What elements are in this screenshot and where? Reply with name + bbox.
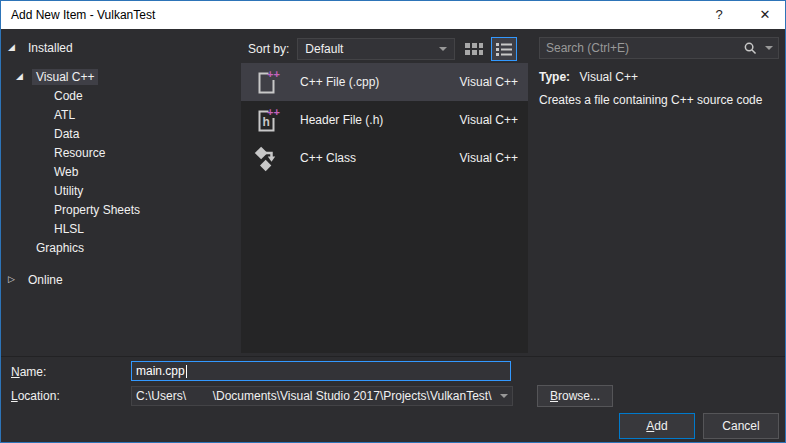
- list-view-button[interactable]: [491, 37, 517, 61]
- sort-dropdown-value: Default: [305, 42, 439, 56]
- search-input[interactable]: [540, 41, 743, 55]
- list-view-icon: [496, 42, 512, 56]
- name-value: main.cpp: [136, 364, 185, 378]
- search-box: [539, 37, 779, 59]
- medium-icons-view-button[interactable]: [461, 37, 487, 61]
- bottom-form: Name: main.cpp Location: C:\Users\ \Docu…: [1, 356, 785, 442]
- template-item-header-file[interactable]: h ++ Header File (.h) Visual C++: [241, 101, 528, 139]
- text-caret: [186, 365, 187, 378]
- search-icon[interactable]: [743, 41, 758, 56]
- sidebar-item-utility[interactable]: Utility: [1, 181, 239, 200]
- sidebar-item-visual-cpp[interactable]: Visual C++: [1, 67, 239, 86]
- sidebar-item-installed[interactable]: Installed: [1, 38, 239, 57]
- location-value: C:\Users\ \Documents\Visual Studio 2017\…: [132, 389, 496, 403]
- sidebar-item-online[interactable]: Online: [1, 270, 239, 289]
- chevron-down-icon: [439, 47, 447, 51]
- template-item-cpp-file[interactable]: ++ C++ File (.cpp) Visual C++: [241, 63, 528, 101]
- add-button[interactable]: Add: [619, 413, 695, 439]
- sidebar-item-web[interactable]: Web: [1, 162, 239, 181]
- location-combobox[interactable]: C:\Users\ \Documents\Visual Studio 2017\…: [131, 386, 513, 406]
- sidebar-item-code[interactable]: Code: [1, 86, 239, 105]
- expander-collapsed-icon[interactable]: [8, 270, 24, 289]
- svg-text:++: ++: [267, 106, 280, 118]
- dialog-title: Add New Item - VulkanTest: [11, 8, 701, 22]
- sidebar-item-hlsl[interactable]: HLSL: [1, 219, 239, 238]
- sidebar-item-data[interactable]: Data: [1, 124, 239, 143]
- template-category: Visual C++: [460, 113, 518, 127]
- titlebar: Add New Item - VulkanTest ? ✕: [1, 1, 785, 29]
- details-panel: Type: Visual C++ Creates a file containi…: [539, 70, 783, 107]
- browse-button[interactable]: Browse...: [537, 385, 613, 407]
- type-value: Visual C++: [579, 70, 637, 84]
- svg-text:++: ++: [267, 68, 280, 80]
- template-category: Visual C++: [460, 75, 518, 89]
- sidebar-item-resource[interactable]: Resource: [1, 143, 239, 162]
- sort-by-label: Sort by:: [248, 42, 289, 56]
- template-list: ++ C++ File (.cpp) Visual C++ h ++ Heade…: [241, 63, 528, 353]
- sidebar-item-atl[interactable]: ATL: [1, 105, 239, 124]
- name-label: Name:: [11, 365, 46, 379]
- cancel-button[interactable]: Cancel: [703, 413, 779, 439]
- template-name: C++ Class: [300, 151, 460, 165]
- add-new-item-dialog: Add New Item - VulkanTest ? ✕ Installed …: [0, 0, 786, 443]
- medium-icons-icon: [464, 41, 484, 57]
- template-description: Creates a file containing C++ source cod…: [539, 93, 783, 107]
- sidebar-item-property-sheets[interactable]: Property Sheets: [1, 200, 239, 219]
- location-chevron-icon[interactable]: [496, 387, 512, 405]
- help-button[interactable]: ?: [701, 1, 737, 29]
- header-file-icon: h ++: [253, 106, 281, 134]
- sidebar-item-graphics[interactable]: Graphics: [1, 238, 239, 257]
- sort-dropdown[interactable]: Default: [297, 38, 455, 60]
- name-input[interactable]: main.cpp: [131, 361, 511, 381]
- expander-expanded-icon[interactable]: [8, 38, 24, 57]
- cpp-file-icon: ++: [253, 68, 281, 96]
- type-label: Type:: [539, 70, 570, 84]
- location-label: Location:: [11, 389, 60, 403]
- category-tree: Installed Visual C++ Code ATL Data Resou…: [1, 38, 239, 352]
- cpp-class-icon: [253, 144, 281, 172]
- template-name: Header File (.h): [300, 113, 460, 127]
- template-item-cpp-class[interactable]: C++ Class Visual C++: [241, 139, 528, 177]
- template-category: Visual C++: [460, 151, 518, 165]
- template-name: C++ File (.cpp): [300, 75, 460, 89]
- search-options-chevron-icon[interactable]: [765, 46, 773, 50]
- sort-bar: Sort by: Default: [248, 37, 517, 61]
- close-button[interactable]: ✕: [745, 1, 785, 29]
- view-toggle-group: [461, 37, 517, 61]
- expander-expanded-icon[interactable]: [16, 67, 32, 86]
